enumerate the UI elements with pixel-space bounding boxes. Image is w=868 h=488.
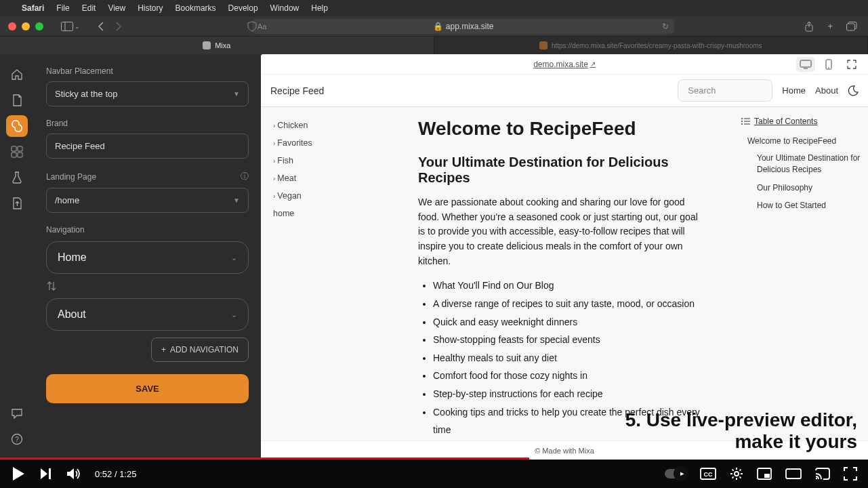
svg-point-15 xyxy=(741,118,743,119)
settings-button[interactable] xyxy=(730,467,743,481)
list-item: Show-stopping feasts for special events xyxy=(433,331,718,349)
sidebar-toggle-icon[interactable]: ⌄ xyxy=(58,22,83,31)
menu-file[interactable]: File xyxy=(56,3,69,13)
site-nav-about[interactable]: About xyxy=(815,85,838,96)
site-nav-home[interactable]: Home xyxy=(782,85,806,96)
brand-input[interactable]: Recipe Feed xyxy=(46,134,249,159)
tree-item-vegan[interactable]: ›Vegan xyxy=(268,187,396,205)
toc-item[interactable]: Your Ultimate Destination for Delicious … xyxy=(739,149,861,179)
reload-icon[interactable]: ↻ xyxy=(662,22,669,31)
list-icon xyxy=(741,117,750,125)
add-navigation-button[interactable]: + ADD NAVIGATION xyxy=(151,338,249,362)
safari-tab-mixa[interactable]: Mixa xyxy=(0,37,434,54)
captions-button[interactable]: CC xyxy=(700,468,716,480)
macos-menubar: Safari File Edit View History Bookmarks … xyxy=(0,0,868,16)
footer-text[interactable]: © Made with Mixa xyxy=(535,447,594,455)
intro-paragraph: We are passionate about cooking and shar… xyxy=(418,195,703,268)
video-caption-overlay: 5. Use live-preview editor, make it your… xyxy=(625,409,857,453)
app-name[interactable]: Safari xyxy=(22,3,44,13)
svg-point-17 xyxy=(741,121,743,122)
rail-navigation-icon[interactable] xyxy=(6,115,28,137)
rail-export-icon[interactable] xyxy=(6,192,28,214)
tree-item-favorites[interactable]: ›Favorites xyxy=(268,134,396,152)
close-window-button[interactable] xyxy=(8,22,16,30)
toc-item[interactable]: How to Get Started xyxy=(739,197,861,215)
forward-button xyxy=(112,22,125,31)
rail-theme-icon[interactable] xyxy=(6,141,28,163)
rail-pages-icon[interactable] xyxy=(6,89,28,111)
input-value: Recipe Feed xyxy=(55,141,105,151)
safari-toolbar: ⌄ Aa 🔒 app.mixa.site ↻ + xyxy=(0,16,868,37)
play-button[interactable] xyxy=(11,466,26,482)
info-icon[interactable]: ⓘ xyxy=(241,171,249,182)
tree-item-home[interactable]: home xyxy=(268,205,396,222)
nav-item-label: About xyxy=(58,308,86,321)
svg-rect-7 xyxy=(12,152,16,157)
device-mobile-button[interactable] xyxy=(819,57,838,72)
traffic-lights xyxy=(8,22,43,30)
share-icon[interactable] xyxy=(802,21,817,32)
icon-rail: ? xyxy=(0,54,34,460)
nav-item-label: Home xyxy=(58,251,87,264)
menu-develop[interactable]: Develop xyxy=(228,3,258,13)
svg-rect-27 xyxy=(786,469,801,479)
maximize-window-button[interactable] xyxy=(35,22,43,30)
rail-help-icon[interactable]: ? xyxy=(6,428,28,450)
svg-text:?: ? xyxy=(15,436,19,443)
navigation-label: Navigation xyxy=(46,225,249,235)
device-fullscreen-button[interactable] xyxy=(842,57,861,72)
address-bar[interactable]: Aa 🔒 app.mixa.site ↻ xyxy=(252,19,674,34)
svg-rect-26 xyxy=(764,474,770,478)
nav-item-about[interactable]: About ⌄ xyxy=(46,298,249,331)
cast-button[interactable] xyxy=(815,468,830,480)
preview-pane: demo.mixa.site ↗ Recipe Feed Search Home… xyxy=(261,54,868,460)
save-button[interactable]: SAVE xyxy=(46,374,249,403)
list-item: A diverse range of recipes to suit any t… xyxy=(433,295,718,313)
tree-item-meat[interactable]: ›Meat xyxy=(268,169,396,187)
privacy-shield-icon[interactable] xyxy=(244,21,260,32)
navbar-placement-select[interactable]: Sticky at the top ▼ xyxy=(46,81,249,106)
landing-page-label: Landing Page ⓘ xyxy=(46,171,249,182)
external-link-icon: ↗ xyxy=(590,60,596,68)
volume-button[interactable] xyxy=(66,467,81,481)
autoplay-toggle[interactable]: ▸ xyxy=(665,469,686,479)
nav-item-home[interactable]: Home ⌄ xyxy=(46,241,249,274)
menu-edit[interactable]: Edit xyxy=(82,3,96,13)
menu-bookmarks[interactable]: Bookmarks xyxy=(175,3,216,13)
rail-home-icon[interactable] xyxy=(6,64,28,85)
tabs-icon[interactable] xyxy=(844,21,860,32)
new-tab-icon[interactable]: + xyxy=(825,21,835,32)
theater-button[interactable] xyxy=(785,468,802,479)
landing-page-select[interactable]: /home ▼ xyxy=(46,188,249,213)
menu-window[interactable]: Window xyxy=(270,3,299,13)
menu-history[interactable]: History xyxy=(138,3,163,13)
button-label: SAVE xyxy=(136,384,159,394)
rail-lab-icon[interactable] xyxy=(6,167,28,188)
reorder-icon[interactable] xyxy=(46,281,249,291)
toc-header[interactable]: Table of Contents xyxy=(739,117,861,126)
toc-item[interactable]: Our Philosophy xyxy=(739,179,861,197)
svg-rect-0 xyxy=(62,22,73,30)
preview-body: ›Chicken ›Favorites ›Fish ›Meat ›Vegan h… xyxy=(261,107,868,460)
menu-view[interactable]: View xyxy=(108,3,125,13)
menu-help[interactable]: Help xyxy=(311,3,328,13)
tree-item-chicken[interactable]: ›Chicken xyxy=(268,117,396,134)
preview-url-link[interactable]: demo.mixa.site ↗ xyxy=(533,60,596,69)
site-search-input[interactable]: Search xyxy=(678,79,772,102)
safari-tab-demo[interactable]: https://demo.mixa.site/Favorites/creamy-… xyxy=(434,37,869,54)
dark-mode-toggle-icon[interactable] xyxy=(848,85,859,96)
toc-item[interactable]: Welcome to RecipeFeed xyxy=(739,133,861,149)
miniplayer-button[interactable] xyxy=(757,468,772,480)
svg-rect-11 xyxy=(800,60,811,67)
device-desktop-button[interactable] xyxy=(796,57,815,72)
rail-chat-icon[interactable] xyxy=(6,403,28,424)
preview-header: demo.mixa.site ↗ xyxy=(261,54,868,75)
site-brand[interactable]: Recipe Feed xyxy=(270,85,324,96)
navbar-placement-label: Navbar Placement xyxy=(46,66,249,76)
back-button[interactable] xyxy=(95,22,107,31)
preview-site-nav: Recipe Feed Search Home About xyxy=(261,75,868,107)
minimize-window-button[interactable] xyxy=(22,22,30,30)
tree-item-fish[interactable]: ›Fish xyxy=(268,152,396,169)
fullscreen-button[interactable] xyxy=(844,467,857,481)
next-button[interactable] xyxy=(39,467,53,481)
